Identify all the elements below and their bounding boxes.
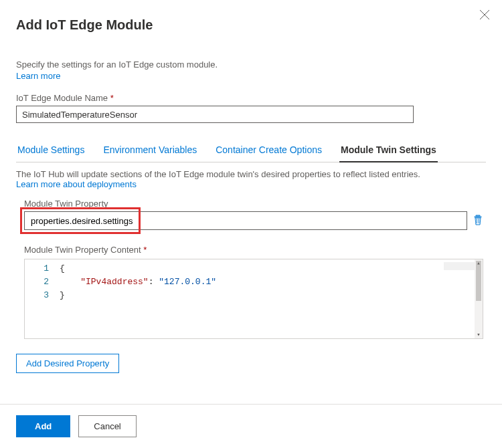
close-icon[interactable]	[479, 9, 490, 20]
twin-help-text: The IoT Hub will update sections of the …	[16, 169, 486, 179]
learn-more-link[interactable]: Learn more	[16, 71, 486, 81]
editor-code[interactable]: { "IPv4address": "127.0.0.1" }	[60, 259, 483, 338]
cancel-button[interactable]: Cancel	[78, 415, 136, 437]
editor-scrollbar[interactable]: ▴ ▾	[475, 259, 483, 338]
twin-content-editor[interactable]: 1 2 3 { "IPv4address": "127.0.0.1" } ▴ ▾	[24, 259, 483, 339]
add-button[interactable]: Add	[16, 415, 70, 437]
module-name-input[interactable]	[16, 106, 414, 123]
learn-more-deployments-link[interactable]: Learn more about deployments	[16, 179, 486, 189]
tab-environment-variables[interactable]: Environment Variables	[102, 139, 198, 162]
twin-property-input[interactable]	[24, 211, 467, 230]
footer: Add Cancel	[0, 404, 502, 448]
module-name-label: IoT Edge Module Name *	[16, 93, 486, 103]
tab-bar: Module Settings Environment Variables Co…	[16, 139, 486, 162]
add-desired-property-button[interactable]: Add Desired Property	[16, 354, 119, 373]
twin-property-label: Module Twin Property	[24, 199, 483, 209]
page-title: Add IoT Edge Module	[16, 17, 486, 33]
editor-gutter: 1 2 3	[25, 259, 60, 338]
tab-module-twin-settings[interactable]: Module Twin Settings	[339, 139, 438, 162]
tab-container-create-options[interactable]: Container Create Options	[214, 139, 323, 162]
delete-icon[interactable]	[473, 215, 483, 227]
tab-module-settings[interactable]: Module Settings	[16, 139, 86, 162]
subtitle: Specify the settings for an IoT Edge cus…	[16, 60, 486, 70]
twin-content-label: Module Twin Property Content *	[24, 245, 483, 255]
